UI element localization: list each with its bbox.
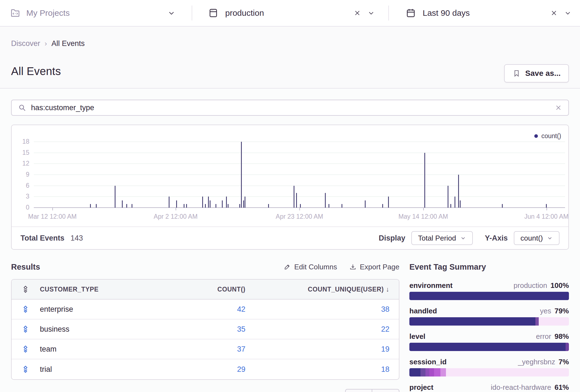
chart-bar[interactable] (205, 204, 206, 208)
chart-bar[interactable] (388, 197, 389, 208)
chart-bar[interactable] (239, 204, 240, 208)
tag-bar-segment[interactable] (446, 368, 569, 376)
tag-distribution-bar[interactable] (409, 292, 569, 300)
clear-environment-icon[interactable] (353, 9, 361, 17)
tag-bar-segment[interactable] (440, 368, 446, 376)
chart-bar[interactable] (546, 204, 547, 208)
table-row[interactable]: business3522 (12, 319, 399, 339)
clear-date-icon[interactable] (550, 9, 558, 17)
chart-bar[interactable] (122, 200, 123, 208)
chart-bar[interactable] (241, 142, 242, 208)
tag-name[interactable]: session_id (409, 358, 446, 366)
count-unique-cell[interactable]: 22 (245, 325, 389, 334)
chevron-down-icon[interactable] (367, 9, 375, 17)
tag-bar-segment[interactable] (420, 368, 425, 376)
tag-bar-segment[interactable] (539, 317, 569, 326)
chart-bar[interactable] (208, 197, 209, 208)
date-range-filter[interactable]: Last 90 days (389, 0, 580, 26)
count-cell[interactable]: 29 (129, 365, 245, 374)
events-chart[interactable]: count() 0369121518Mar 12 12:00 AMApr 2 1… (12, 125, 568, 226)
tag-name[interactable]: project (409, 383, 433, 392)
tag-bar-segment[interactable] (409, 317, 535, 326)
tag-distribution-bar[interactable] (409, 368, 569, 376)
count-unique-cell[interactable]: 38 (245, 305, 389, 314)
chart-bar[interactable] (424, 153, 425, 208)
tag-bar-segment[interactable] (434, 368, 440, 376)
chart-bar[interactable] (268, 204, 269, 208)
chart-bar[interactable] (325, 193, 326, 208)
tag-name[interactable]: level (409, 332, 425, 341)
tag-bar-segment[interactable] (409, 368, 420, 376)
tag-bar-segment[interactable] (566, 343, 569, 351)
edit-columns-label: Edit Columns (294, 263, 337, 271)
table-row[interactable]: trial2918 (12, 359, 399, 379)
chart-bar[interactable] (132, 204, 132, 208)
chart-bar[interactable] (186, 204, 187, 208)
project-filter[interactable]: My Projects (0, 0, 192, 26)
chart-bar[interactable] (228, 204, 229, 208)
y-axis-select[interactable]: count() (514, 231, 560, 245)
pagination-next-button[interactable] (372, 389, 399, 392)
chart-bar[interactable] (294, 186, 294, 208)
export-page-button[interactable]: Export Page (349, 263, 399, 271)
tag-bar-segment[interactable] (429, 368, 434, 376)
chart-bar[interactable] (176, 200, 177, 208)
chart-bar[interactable] (169, 197, 170, 208)
chart-bar[interactable] (458, 175, 459, 208)
date-range-label: Last 90 days (423, 8, 470, 18)
table-row[interactable]: enterprise4238 (12, 300, 399, 319)
chart-bar[interactable] (115, 186, 116, 208)
chart-legend[interactable]: count() (534, 132, 561, 140)
edit-columns-button[interactable]: Edit Columns (284, 263, 337, 271)
chart-bar[interactable] (296, 193, 297, 208)
chart-bar[interactable] (382, 204, 383, 208)
chevron-down-icon[interactable] (167, 9, 176, 17)
chart-bar[interactable] (90, 204, 91, 208)
chart-bar[interactable] (448, 186, 448, 208)
chart-bar[interactable] (460, 200, 461, 208)
chart-bar[interactable] (329, 204, 329, 208)
count-cell[interactable]: 42 (129, 305, 245, 314)
count-cell[interactable]: 35 (129, 325, 245, 334)
column-header-count[interactable]: COUNT() (129, 286, 245, 293)
chart-bar[interactable] (365, 200, 366, 208)
chart-bar[interactable] (215, 204, 216, 208)
chart-bar[interactable] (502, 204, 503, 208)
clear-search-icon[interactable] (555, 104, 562, 112)
chart-bar[interactable] (243, 200, 244, 208)
pagination-prev-button[interactable] (345, 389, 372, 392)
chart-bar[interactable] (455, 197, 455, 208)
tag-bar-segment[interactable] (409, 292, 569, 300)
tag-bar-segment[interactable] (425, 368, 429, 376)
tag-distribution-bar[interactable] (409, 317, 569, 326)
chart-bar[interactable] (202, 197, 203, 208)
column-header-customer-type[interactable]: CUSTOMER_TYPE (40, 286, 99, 293)
display-select[interactable]: Total Period (411, 231, 473, 245)
chart-bar[interactable] (245, 197, 245, 208)
chart-bar[interactable] (226, 197, 227, 208)
chart-bar[interactable] (184, 204, 184, 208)
tag-bar-segment[interactable] (409, 343, 566, 351)
count-unique-cell[interactable]: 19 (245, 345, 389, 354)
count-unique-cell[interactable]: 18 (245, 365, 389, 374)
chart-bar[interactable] (300, 204, 301, 208)
column-header-count-unique[interactable]: COUNT_UNIQUE(USER)↓ (245, 285, 389, 293)
chart-bar[interactable] (210, 200, 211, 208)
count-cell[interactable]: 37 (129, 345, 245, 354)
tag-name[interactable]: environment (409, 281, 453, 290)
chart-bar[interactable] (342, 204, 342, 208)
chart-bar[interactable] (222, 200, 223, 208)
search-bar[interactable]: has:customer_type (11, 100, 569, 116)
chart-bar[interactable] (126, 204, 127, 208)
tag-name[interactable]: handled (409, 307, 437, 315)
tag-bar-segment[interactable] (535, 317, 539, 326)
tag-distribution-bar[interactable] (409, 343, 569, 351)
table-row[interactable]: team3719 (12, 339, 399, 359)
save-as-button[interactable]: Save as... (504, 64, 569, 82)
chart-bar[interactable] (96, 204, 97, 208)
search-input[interactable]: has:customer_type (31, 104, 555, 112)
breadcrumb-discover-link[interactable]: Discover (11, 39, 40, 48)
environment-filter[interactable]: production (192, 0, 388, 26)
chevron-down-icon[interactable] (564, 9, 572, 17)
chart-bar[interactable] (450, 204, 451, 208)
